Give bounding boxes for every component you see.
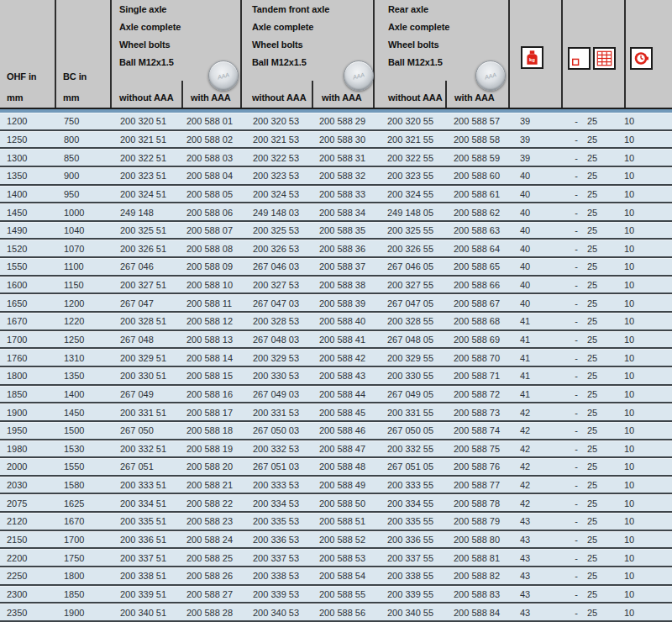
column-divider xyxy=(110,0,112,108)
table-row: 2120 1670 200 335 51 200 588 23 200 335 … xyxy=(0,513,672,531)
single-axle-without-aaa-part: 200 334 51 xyxy=(120,498,166,509)
bc-value: 1670 xyxy=(64,516,84,526)
tandem-axle-without-aaa-part: 200 320 53 xyxy=(253,116,299,126)
single-axle-without-aaa-part: 267 048 xyxy=(120,335,154,345)
ohf-value: 1200 xyxy=(7,116,27,126)
tandem-axle-with-aaa-part: 200 588 51 xyxy=(319,516,365,526)
single-axle-without-aaa-part: 200 326 51 xyxy=(120,244,166,254)
pallet-qty-value: 25 xyxy=(583,335,601,345)
table-row: 1550 1100 267 046 200 588 09 267 046 03 … xyxy=(0,258,672,277)
tandem-axle-without-aaa-part: 267 048 03 xyxy=(253,335,299,345)
delivery-time-value: 10 xyxy=(618,335,640,345)
delivery-time-value: 10 xyxy=(618,571,640,581)
package-qty-value: - xyxy=(568,389,585,399)
tandem-axle-with-aaa-part: 200 588 54 xyxy=(319,571,365,581)
table-row: 1200 750 200 320 51 200 588 01 200 320 5… xyxy=(0,113,672,131)
tandem-axle-without-aaa-part: 267 049 03 xyxy=(253,389,299,399)
bc-value: 950 xyxy=(64,189,79,199)
col-header-tandem-with-aaa: with AAA xyxy=(322,92,362,103)
weight-value: 41 xyxy=(508,335,542,345)
bc-value: 1580 xyxy=(64,480,84,490)
ohf-value: 1650 xyxy=(7,298,27,308)
rear-axle-without-aaa-part: 267 047 05 xyxy=(387,298,433,308)
axle-parts-catalog-table: OHF in mm BC in mm Single axle Axle comp… xyxy=(0,0,672,622)
pallet-qty-value: 25 xyxy=(583,225,601,235)
tandem-axle-with-aaa-part: 200 588 38 xyxy=(319,280,365,290)
pallet-qty-value: 25 xyxy=(583,116,601,126)
rear-axle-without-aaa-part: 200 329 55 xyxy=(387,353,433,363)
column-divider xyxy=(508,0,510,108)
subcolumn-divider xyxy=(312,81,313,108)
package-qty-value: - xyxy=(568,280,585,290)
package-qty-value: - xyxy=(568,353,585,363)
group-tandem-axle-title: Tandem front axle xyxy=(252,4,329,14)
col-header-ohf-unit: mm xyxy=(7,92,23,103)
package-qty-value: - xyxy=(568,608,585,618)
table-row: 1400 950 200 324 51 200 588 05 200 324 5… xyxy=(0,186,672,204)
table-row: 2000 1550 267 051 200 588 20 267 051 03 … xyxy=(0,458,672,477)
single-axle-without-aaa-part: 200 338 51 xyxy=(120,571,166,581)
single-axle-with-aaa-part: 200 588 25 xyxy=(186,553,233,563)
weight-value: 41 xyxy=(508,353,542,363)
delivery-time-value: 10 xyxy=(618,498,640,509)
table-row: 1760 1310 200 329 51 200 588 14 200 329 … xyxy=(0,349,672,367)
delivery-time-value: 10 xyxy=(618,608,640,618)
delivery-time-value: 10 xyxy=(618,389,640,399)
group-rear-axle-line3: Wheel bolts xyxy=(388,40,439,50)
tandem-axle-without-aaa-part: 200 322 53 xyxy=(253,153,299,163)
table-row: 1850 1400 267 049 200 588 16 267 049 03 … xyxy=(0,386,672,404)
rear-axle-without-aaa-part: 200 340 55 xyxy=(387,608,433,618)
single-axle-with-aaa-part: 200 588 07 xyxy=(186,225,233,235)
table-row: 1650 1200 267 047 200 588 11 267 047 03 … xyxy=(0,294,672,313)
package-qty-value: - xyxy=(568,498,585,509)
single-axle-with-aaa-part: 200 588 14 xyxy=(186,353,233,363)
ohf-value: 1670 xyxy=(7,316,27,326)
table-body: 1200 750 200 320 51 200 588 01 200 320 5… xyxy=(0,113,672,622)
rear-axle-with-aaa-part: 200 588 63 xyxy=(454,225,500,235)
rear-axle-with-aaa-part: 200 588 58 xyxy=(454,134,500,145)
ohf-value: 1760 xyxy=(7,353,27,363)
pallet-qty-value: 25 xyxy=(583,298,601,308)
delivery-time-value: 10 xyxy=(618,171,640,181)
single-axle-without-aaa-part: 200 324 51 xyxy=(120,189,166,199)
bc-value: 1220 xyxy=(64,316,84,326)
rear-axle-without-aaa-part: 267 046 05 xyxy=(387,261,433,271)
single-axle-with-aaa-part: 200 588 20 xyxy=(186,461,233,472)
tandem-axle-with-aaa-part: 200 588 31 xyxy=(319,153,365,163)
single-axle-with-aaa-part: 200 588 16 xyxy=(186,389,233,399)
group-single-axle-line4: Ball M12x1.5 xyxy=(119,57,174,67)
tandem-axle-with-aaa-part: 200 588 55 xyxy=(319,589,365,599)
tandem-axle-with-aaa-part: 200 588 39 xyxy=(319,298,365,308)
aaa-seal-icon: AAA xyxy=(475,61,506,91)
package-qty-value: - xyxy=(568,153,585,163)
table-row: 1800 1350 200 330 51 200 588 15 200 330 … xyxy=(0,367,672,386)
table-row: 2150 1700 200 336 51 200 588 24 200 336 … xyxy=(0,531,672,550)
weight-value: 43 xyxy=(508,571,542,581)
rear-axle-without-aaa-part: 267 049 05 xyxy=(387,389,433,399)
tandem-axle-without-aaa-part: 267 047 03 xyxy=(253,298,299,308)
table-row: 2250 1800 200 338 51 200 588 26 200 338 … xyxy=(0,567,672,586)
single-axle-without-aaa-part: 200 323 51 xyxy=(120,171,166,181)
delivery-time-value: 10 xyxy=(618,553,640,563)
weight-value: 41 xyxy=(508,371,542,381)
single-axle-without-aaa-part: 200 340 51 xyxy=(120,608,166,618)
rear-axle-without-aaa-part: 200 328 55 xyxy=(387,316,433,326)
col-header-single-with-aaa: with AAA xyxy=(191,92,231,103)
single-axle-without-aaa-part: 200 335 51 xyxy=(120,516,166,526)
single-axle-with-aaa-part: 200 588 11 xyxy=(186,298,232,308)
bc-value: 1070 xyxy=(64,244,84,254)
rear-axle-with-aaa-part: 200 588 82 xyxy=(454,571,500,581)
bc-value: 800 xyxy=(64,134,79,145)
tandem-axle-with-aaa-part: 200 588 53 xyxy=(319,553,365,563)
weight-value: 43 xyxy=(508,535,542,545)
single-axle-with-aaa-part: 200 588 09 xyxy=(186,261,233,271)
table-row: 1950 1500 267 050 200 588 18 267 050 03 … xyxy=(0,422,672,440)
single-axle-without-aaa-part: 267 046 xyxy=(120,261,154,271)
ohf-value: 2250 xyxy=(7,571,27,581)
package-qty-value: - xyxy=(568,461,585,472)
group-rear-axle-line2: Axle complete xyxy=(388,22,449,32)
ohf-value: 1800 xyxy=(7,371,27,381)
ohf-value: 1520 xyxy=(7,244,27,254)
col-header-ohf: OHF in xyxy=(7,71,36,82)
ohf-value: 1350 xyxy=(7,171,27,181)
